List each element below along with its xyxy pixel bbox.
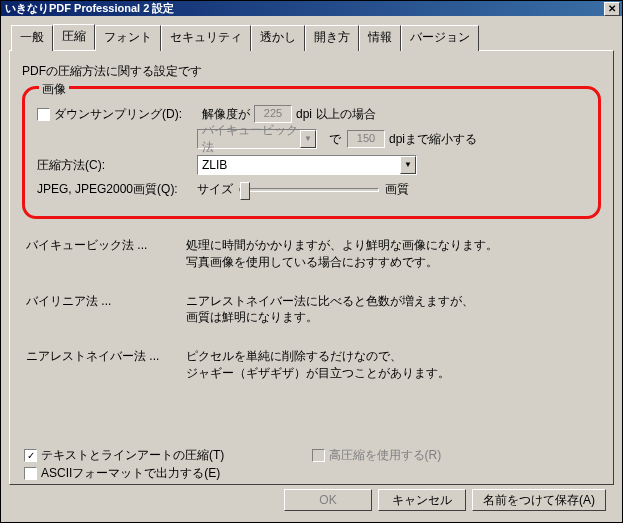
image-groupbox: 画像 ダウンサンプリング(D): 解像度が 225 dpi 以上の場合 バイキュ… [22,86,601,219]
compression-label: 圧縮方法(C): [37,157,197,174]
tab-compression[interactable]: 圧縮 [53,24,95,50]
res-prefix: 解像度が [202,106,250,123]
tab-watermark[interactable]: 透かし [251,25,305,51]
target-unit: dpiまで縮小する [389,131,477,148]
cancel-button[interactable]: キャンセル [378,489,466,511]
method-bilinear: バイリニア法 ... ニアレストネイバー法に比べると色数が増えますが、 画質は鮮… [26,293,597,327]
res-suffix: 以上の場合 [316,106,376,123]
titlebar[interactable]: いきなりPDF Professional 2 設定 ✕ [1,1,622,16]
chevron-down-icon: ▼ [300,130,316,148]
chevron-down-icon: ▼ [400,156,416,174]
downsample-method-row: バイキュービック法 ▼ で 150 dpiまで縮小する [37,129,586,149]
settings-window: いきなりPDF Professional 2 設定 ✕ 一般 圧縮 フォント セ… [0,0,623,523]
method-descriptions: バイキュービック法 ... 処理に時間がかかりますが、より鮮明な画像になります。… [26,237,597,382]
text-lineart-checkbox[interactable]: ✓ [24,449,37,462]
ascii-row: ASCIIフォーマットで出力する(E) [24,465,220,482]
jpeg-quality-row: JPEG, JPEG2000画質(Q): サイズ 画質 [37,181,586,198]
slider-right-label: 画質 [385,181,409,198]
tab-font[interactable]: フォント [95,25,161,51]
ok-button[interactable]: OK [284,489,372,511]
slider-thumb[interactable] [240,182,250,200]
panel-description: PDFの圧縮方法に関する設定です [22,63,603,80]
resolution-input[interactable]: 225 [254,105,292,123]
client-area: 一般 圧縮 フォント セキュリティ 透かし 開き方 情報 バージョン PDFの圧… [1,16,622,523]
jpeg-quality-label: JPEG, JPEG2000画質(Q): [37,181,197,198]
tabstrip: 一般 圧縮 フォント セキュリティ 透かし 開き方 情報 バージョン [9,24,614,50]
slider-left-label: サイズ [197,181,233,198]
compression-row: 圧縮方法(C): ZLIB ▼ [37,155,586,175]
jpeg-quality-slider[interactable] [239,188,379,192]
text-lineart-label: テキストとラインアートの圧縮(T) [41,447,224,464]
save-as-button[interactable]: 名前をつけて保存(A) [472,489,606,511]
downsample-checkbox[interactable] [37,108,50,121]
ascii-checkbox[interactable] [24,467,37,480]
close-button[interactable]: ✕ [604,2,620,16]
target-dpi-input[interactable]: 150 [347,130,385,148]
method-bicubic: バイキュービック法 ... 処理に時間がかかりますが、より鮮明な画像になります。… [26,237,597,271]
downsample-method-dropdown[interactable]: バイキュービック法 ▼ [197,129,317,149]
bottom-options: ✓ テキストとラインアートの圧縮(T) 高圧縮を使用する(R) [24,447,599,464]
button-bar: OK キャンセル 名前をつけて保存(A) [9,485,614,515]
tab-security[interactable]: セキュリティ [161,25,251,51]
compression-dropdown[interactable]: ZLIB ▼ [197,155,417,175]
mid-text: で [329,131,341,148]
downsample-row: ダウンサンプリング(D): 解像度が 225 dpi 以上の場合 [37,105,586,123]
tab-openmode[interactable]: 開き方 [305,25,359,51]
tab-info[interactable]: 情報 [359,25,401,51]
high-compress-checkbox [312,449,325,462]
tab-version[interactable]: バージョン [401,25,479,51]
tab-general[interactable]: 一般 [11,25,53,51]
image-group-legend: 画像 [39,81,69,98]
high-compress-label: 高圧縮を使用する(R) [329,447,442,464]
tab-panel: PDFの圧縮方法に関する設定です 画像 ダウンサンプリング(D): 解像度が 2… [9,50,614,485]
method-nearest: ニアレストネイバー法 ... ピクセルを単純に削除するだけなので、 ジャギー（ギ… [26,348,597,382]
window-title: いきなりPDF Professional 2 設定 [5,1,602,16]
ascii-label: ASCIIフォーマットで出力する(E) [41,465,220,482]
res-unit: dpi [296,107,312,121]
downsample-label: ダウンサンプリング(D): [54,106,202,123]
